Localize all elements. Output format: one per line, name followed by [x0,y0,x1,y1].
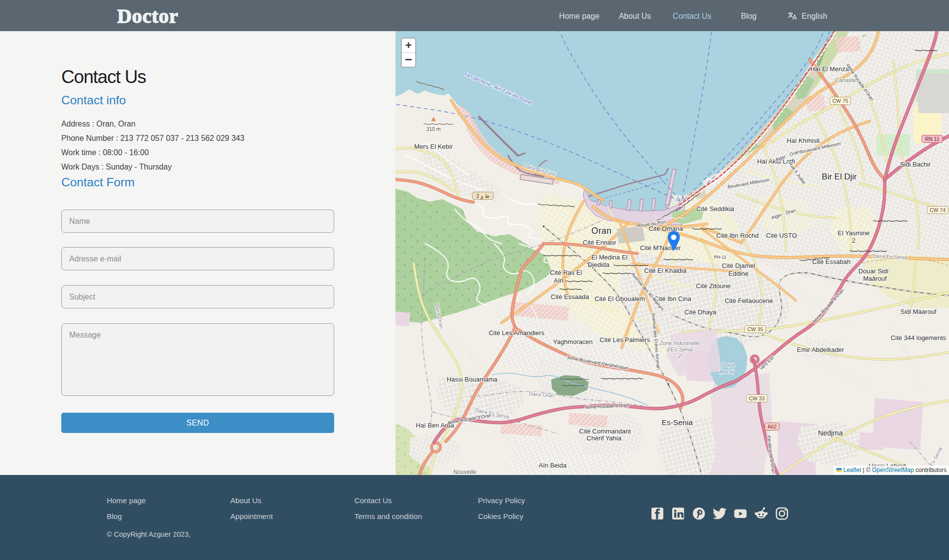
svg-text:Cité Ennasr: Cité Ennasr [583,239,617,246]
svg-text:Cité El Khaldia: Cité El Khaldia [644,267,687,274]
svg-text:RN-11: RN-11 [714,255,726,259]
svg-text:Cité Ras El: Cité Ras El [550,269,582,276]
svg-text:Cité Zitoune: Cité Zitoune [696,282,731,290]
svg-text:CW 33: CW 33 [749,395,765,401]
svg-text:El Yasmine: El Yasmine [838,229,870,237]
svg-text:Zone Industrielle: Zone Industrielle [659,340,699,346]
svg-text:310 m: 310 m [426,126,440,132]
svg-text:RN 11: RN 11 [925,136,940,142]
svg-text:Cité Les Palmiers: Cité Les Palmiers [600,336,650,344]
svg-text:Morsli: Morsli [719,369,734,375]
svg-text:Chérif Yahia: Chérif Yahia [587,434,622,442]
svg-text:Cité Essaada: Cité Essaada [551,293,589,301]
svg-text:Cité El Ghoualem: Cité El Ghoualem [595,295,645,302]
svg-text:Maârouf: Maârouf [863,275,887,282]
svg-text:d'Es-Senia: d'Es-Senia [667,346,693,352]
svg-text:ط و 2: ط و 2 [476,193,489,199]
svg-text:CW 74: CW 74 [930,207,946,213]
svg-text:Sidi Bachir: Sidi Bachir [900,161,931,168]
svg-text:Cité Fellaoucene: Cité Fellaoucene [725,297,773,304]
svg-text:2: 2 [678,353,681,359]
svg-text:Aïn Beida: Aïn Beida [539,462,567,469]
svg-text:Yaghmoracen: Yaghmoracen [553,338,593,345]
svg-text:Cité Ibn Rochd: Cité Ibn Rochd [716,232,759,239]
svg-text:Daya: Daya [722,362,735,368]
svg-text:Douar Sidi: Douar Sidi [859,267,889,275]
svg-text:Nouvelle: Nouvelle [453,469,476,475]
svg-text:2: 2 [852,237,855,244]
svg-text:Djedida: Djedida [588,261,610,268]
svg-text:Hassi Bouamama: Hassi Bouamama [447,376,498,383]
svg-text:Bir El Djir: Bir El Djir [822,172,857,181]
svg-text:Cité Les Amandiers: Cité Les Amandiers [489,329,545,337]
svg-text:Cité USTO: Cité USTO [766,232,797,239]
svg-text:Cité Dhaya: Cité Dhaya [685,308,717,316]
svg-text:Cité Commandant: Cité Commandant [579,428,631,435]
svg-text:Eddine: Eddine [729,270,748,277]
svg-text:Emir Abdelkader: Emir Abdelkader [797,346,844,353]
svg-text:Aïn: Aïn [554,277,563,284]
svg-text:A62: A62 [768,424,777,430]
svg-text:Mers El Kebir: Mers El Kebir [414,143,453,150]
svg-text:Cité 344 logements: Cité 344 logements [891,334,947,342]
svg-text:Es-Senia: Es-Senia [662,418,693,427]
svg-text:Cité Djamel: Cité Djamel [722,262,755,269]
svg-text:Cité Seddikia: Cité Seddikia [696,205,734,213]
svg-text:Haï Khmisti: Haï Khmisti [787,137,820,144]
svg-text:Oran: Oran [592,226,612,236]
svg-text:Sidi Maarouf: Sidi Maarouf [901,308,937,315]
svg-text:CW 75: CW 75 [832,98,848,104]
svg-text:Nedjma: Nedjma [818,429,843,437]
svg-text:El Medina El: El Medina El [592,254,628,261]
svg-text:CW 35: CW 35 [747,326,763,332]
